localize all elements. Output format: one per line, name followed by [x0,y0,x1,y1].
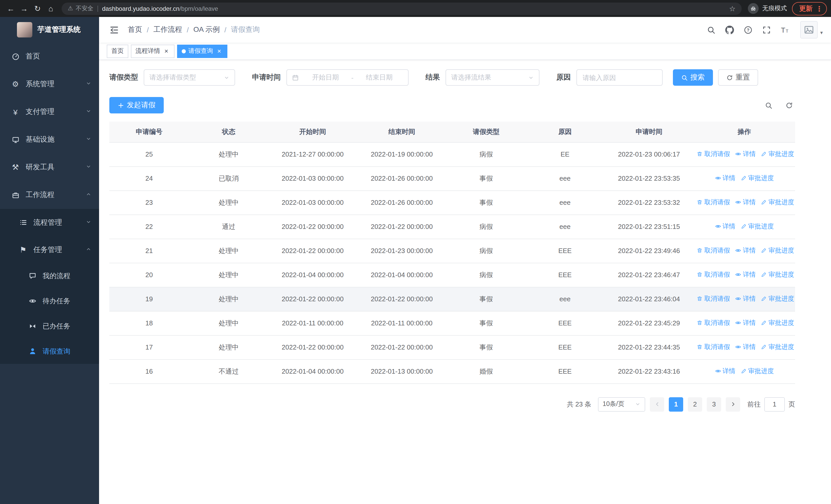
cancel-leave-link[interactable]: 取消请假 [696,270,730,279]
breadcrumb-item[interactable]: 首页 [128,25,142,34]
prev-page-button[interactable] [650,397,664,411]
cancel-leave-link[interactable]: 取消请假 [696,246,730,255]
bookmark-star-icon[interactable]: ☆ [729,4,736,12]
sidebar-collapse-button[interactable] [107,23,121,37]
table-row[interactable]: 25处理中2021-12-27 00:00:002022-01-19 00:00… [109,142,795,166]
detail-link[interactable]: 详情 [735,319,755,327]
sidebar-item-workflow[interactable]: 工作流程 [0,181,99,209]
help-button[interactable]: ? [741,22,756,37]
cell-start: 2022-01-11 00:00:00 [268,311,357,335]
sidebar-item-system-mgmt[interactable]: ⚙系统管理 [0,70,99,98]
sidebar-item-task-mgmt[interactable]: ⚑任务管理 [0,236,99,263]
detail-link[interactable]: 详情 [735,343,755,352]
approval-progress-link[interactable]: 审批进度 [761,319,794,327]
approval-progress-link[interactable]: 审批进度 [761,246,794,255]
sidebar-item-leave-query[interactable]: 请假查询 [0,339,99,364]
sidebar-item-payment-mgmt[interactable]: ¥支付管理 [0,98,99,126]
approval-progress-link[interactable]: 审批进度 [740,222,774,231]
sidebar-item-my-process[interactable]: 我的流程 [0,263,99,289]
forward-button[interactable]: → [18,2,31,15]
sidebar-item-home[interactable]: 首页 [0,42,99,70]
sidebar-item-process-mgmt[interactable]: 流程管理 [0,209,99,236]
tab-home[interactable]: 首页 [107,45,128,58]
detail-link[interactable]: 详情 [735,150,755,158]
detail-link[interactable]: 详情 [715,222,735,231]
browser-menu-icon[interactable]: ⋮ [815,5,823,12]
detail-link[interactable]: 详情 [735,198,755,207]
reload-button[interactable]: ↻ [31,2,44,15]
detail-link[interactable]: 详情 [735,270,755,279]
tab-process-detail[interactable]: 流程详情× [131,45,174,58]
detail-link[interactable]: 详情 [735,246,755,255]
table-row[interactable]: 23处理中2022-01-03 00:00:002022-01-26 00:00… [109,190,795,214]
browser-update-button[interactable]: 更新 ⋮ [792,2,827,15]
security-chip[interactable]: ⚠ 不安全 [68,5,93,12]
detail-link[interactable]: 详情 [735,295,755,303]
leave-type-select[interactable]: 请选择请假类型 [144,69,235,86]
table-row[interactable]: 16不通过2022-01-04 00:00:002022-01-13 00:00… [109,359,795,383]
table-row[interactable]: 19处理中2022-01-22 00:00:002022-01-22 00:00… [109,287,795,311]
toolbar-search-button[interactable] [762,99,775,111]
detail-link[interactable]: 详情 [715,174,735,183]
breadcrumb-item[interactable]: 工作流程 [153,25,182,34]
sidebar-item-todo-tasks[interactable]: 待办任务 [0,289,99,314]
page-button-1[interactable]: 1 [669,397,683,411]
approval-progress-link[interactable]: 审批进度 [761,343,794,352]
table-row[interactable]: 20处理中2022-01-04 00:00:002022-01-04 00:00… [109,263,795,287]
cancel-leave-link[interactable]: 取消请假 [696,319,730,327]
sidebar-item-infrastructure[interactable]: 基础设施 [0,126,99,153]
close-icon[interactable]: × [163,48,170,55]
cell-reason: eee [525,214,604,239]
page-size-select[interactable]: 10条/页 [598,397,645,411]
address-bar[interactable]: ⚠ 不安全 dashboard.yudao.iocoder.cn /bpm/oa… [62,2,742,14]
user-avatar[interactable] [800,21,818,38]
reason-input[interactable] [576,69,663,86]
apply-time-range-picker[interactable]: 开始日期 - 结束日期 [286,69,408,86]
font-size-button[interactable]: TT [778,22,793,37]
table-row[interactable]: 24已取消2022-01-03 00:00:002022-01-26 00:00… [109,166,795,190]
approval-progress-link[interactable]: 审批进度 [761,270,794,279]
approval-progress-link[interactable]: 审批进度 [761,150,794,158]
search-button[interactable] [704,22,719,37]
page-button-3[interactable]: 3 [707,397,721,411]
github-button[interactable] [722,22,738,37]
goto-page-input[interactable] [764,397,785,411]
sidebar-logo[interactable]: 芋道管理系统 [0,17,99,42]
cell-end: 2022-01-13 00:00:00 [357,359,447,383]
table-row[interactable]: 18处理中2022-01-11 00:00:002022-01-11 00:00… [109,311,795,335]
cancel-leave-link[interactable]: 取消请假 [696,343,730,352]
tab-leave-query[interactable]: 请假查询× [177,45,227,58]
table-row[interactable]: 22通过2022-01-22 00:00:002022-01-22 00:00:… [109,214,795,239]
approval-progress-link[interactable]: 审批进度 [740,174,774,183]
breadcrumb-item[interactable]: OA 示例 [194,25,220,34]
toolbar-refresh-button[interactable] [783,99,795,111]
cancel-leave-link[interactable]: 取消请假 [696,150,730,158]
leave-table: 申请编号状态开始时间结束时间请假类型原因申请时间操作 25处理中2021-12-… [109,122,795,384]
create-leave-button[interactable]: 发起请假 [109,97,164,113]
sidebar-item-devtools[interactable]: ⚒研发工具 [0,153,99,181]
fullscreen-button[interactable] [759,22,775,37]
search-button[interactable]: 搜索 [673,69,713,86]
reset-button[interactable]: 重置 [718,69,758,86]
page-buttons: 123 [669,397,721,411]
cell-id: 24 [109,166,189,190]
close-icon[interactable]: × [216,48,223,55]
table-row[interactable]: 17处理中2022-01-22 00:00:002022-01-22 00:00… [109,335,795,359]
approval-progress-link[interactable]: 审批进度 [740,367,774,376]
cancel-leave-link[interactable]: 取消请假 [696,198,730,207]
home-button[interactable]: ⌂ [44,2,57,15]
approval-progress-link[interactable]: 审批进度 [761,295,794,303]
sidebar-item-done-tasks[interactable]: 已办任务 [0,314,99,339]
detail-link[interactable]: 详情 [715,367,735,376]
result-select[interactable]: 请选择流结果 [446,69,540,86]
cancel-leave-link[interactable]: 取消请假 [696,295,730,303]
breadcrumb-separator: / [147,26,149,34]
page-button-2[interactable]: 2 [688,397,702,411]
help-icon: ? [744,25,753,34]
avatar-caret-down-icon[interactable]: ▾ [820,30,823,38]
next-page-button[interactable] [726,397,740,411]
approval-progress-link[interactable]: 审批进度 [761,198,794,207]
back-button[interactable]: ← [4,2,18,15]
table-row[interactable]: 21处理中2022-01-22 00:00:002022-01-23 00:00… [109,239,795,263]
devtools-icon: ⚒ [11,163,20,172]
